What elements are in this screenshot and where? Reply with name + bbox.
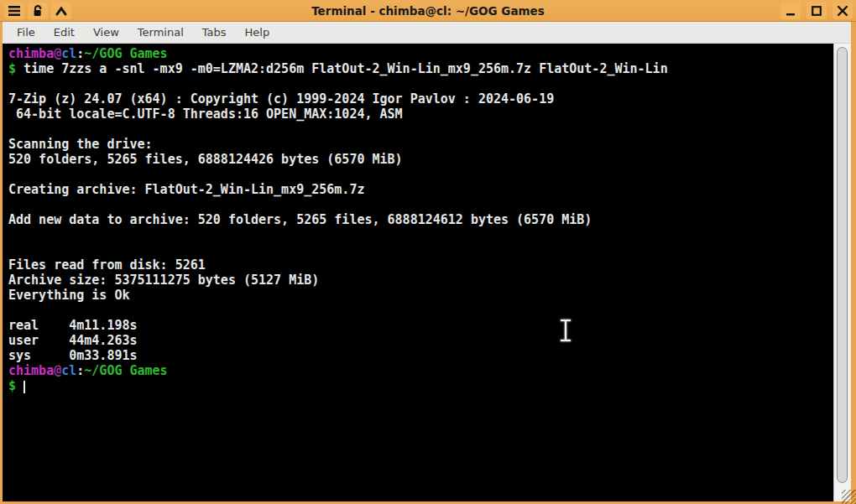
terminal-text: $	[8, 61, 23, 76]
close-icon	[837, 5, 848, 17]
terminal-text: sys 0m33.891s	[8, 348, 138, 363]
window-menu-button[interactable]	[4, 3, 24, 19]
window-controls	[780, 3, 853, 19]
terminal-line: Scanning the drive:	[8, 137, 833, 152]
terminal-line: Everything is Ok	[8, 288, 833, 303]
terminal-text: Files read from disk: 5261	[8, 257, 206, 273]
terminal-line	[8, 303, 833, 318]
terminal-text: Archive size: 5375111275 bytes (5127 MiB…	[8, 273, 319, 288]
menu-item-terminal[interactable]: Terminal	[128, 23, 193, 42]
collapse-up-icon	[55, 6, 67, 16]
menu-item-tabs[interactable]: Tabs	[193, 23, 236, 42]
terminal-line: real 4m11.198s	[8, 318, 833, 333]
terminal-text: 64-bit locale=C.UTF-8 Threads:16 OPEN_MA…	[8, 107, 403, 122]
terminal-line: chimba@cl:~/GOG Games	[8, 363, 833, 378]
terminal-text: Scanning the drive:	[8, 137, 153, 152]
hamburger-menu-icon	[8, 6, 20, 16]
terminal-line	[8, 76, 833, 91]
terminal-line: 64-bit locale=C.UTF-8 Threads:16 OPEN_MA…	[8, 107, 833, 122]
terminal-text: @	[54, 363, 61, 378]
terminal-line	[8, 227, 833, 242]
collapse-up-button[interactable]	[51, 3, 71, 19]
terminal-line: 7-Zip (z) 24.07 (x64) : Copyright (c) 19…	[8, 91, 833, 107]
terminal-text: user 44m4.263s	[8, 333, 138, 348]
terminal-line: Files read from disk: 5261	[8, 257, 833, 273]
terminal-line: chimba@cl:~/GOG Games	[8, 46, 833, 61]
window-title: Terminal - chimba@cl: ~/GOG Games	[0, 4, 856, 18]
terminal-text: time 7zzs a -snl -mx9 -m0=LZMA2:d256m Fl…	[23, 61, 668, 76]
terminal-content-area: chimba@cl:~/GOG Games$ time 7zzs a -snl …	[3, 44, 851, 501]
scrollbar[interactable]	[833, 44, 851, 501]
terminal-text: ~/GOG Games	[84, 363, 167, 378]
terminal-line	[8, 242, 833, 257]
terminal-text: chimba	[8, 363, 54, 378]
unlock-icon	[33, 5, 44, 17]
terminal-text: 520 folders, 5265 files, 6888124426 byte…	[8, 152, 403, 167]
terminal-text: ~/GOG Games	[84, 46, 167, 61]
terminal-text: Everything is Ok	[8, 288, 130, 303]
terminal-line: 520 folders, 5265 files, 6888124426 byte…	[8, 152, 833, 167]
menu-item-file[interactable]: File	[8, 23, 44, 42]
maximize-icon	[811, 5, 822, 17]
terminal-line	[8, 122, 833, 137]
terminal-text: cl	[61, 363, 76, 378]
menu-item-edit[interactable]: Edit	[44, 23, 84, 42]
terminal-text: chimba	[8, 46, 54, 61]
terminal-line: Add new data to archive: 520 folders, 52…	[8, 212, 833, 227]
terminal-text: 7-Zip (z) 24.07 (x64) : Copyright (c) 19…	[8, 91, 554, 107]
terminal-line	[8, 167, 833, 182]
terminal-line: $	[8, 378, 833, 393]
terminal-line: Creating archive: FlatOut-2_Win-Lin_mx9_…	[8, 182, 833, 197]
titlebar-left-controls	[0, 3, 71, 19]
terminal-output[interactable]: chimba@cl:~/GOG Games$ time 7zzs a -snl …	[3, 44, 833, 501]
terminal-line	[8, 197, 833, 212]
terminal-line: user 44m4.263s	[8, 333, 833, 348]
maximize-button[interactable]	[806, 3, 827, 19]
terminal-line: sys 0m33.891s	[8, 348, 833, 363]
titlebar[interactable]: Terminal - chimba@cl: ~/GOG Games	[0, 0, 856, 22]
terminal-text: Creating archive: FlatOut-2_Win-Lin_mx9_…	[8, 182, 364, 197]
menu-item-view[interactable]: View	[84, 23, 128, 42]
terminal-text: cl	[61, 46, 76, 61]
scrollbar-thumb[interactable]	[837, 47, 848, 483]
menubar: File Edit View Terminal Tabs Help	[3, 22, 851, 44]
minimize-button[interactable]	[780, 3, 801, 19]
terminal-text: :	[76, 46, 84, 61]
terminal-text: @	[54, 46, 61, 61]
terminal-text: Add new data to archive: 520 folders, 52…	[8, 212, 592, 227]
terminal-text: $	[8, 378, 23, 393]
minimize-icon	[785, 5, 796, 17]
terminal-text: :	[76, 363, 84, 378]
unlock-button[interactable]	[28, 3, 48, 19]
terminal-window: Terminal - chimba@cl: ~/GOG Games File E…	[0, 0, 856, 504]
close-button[interactable]	[833, 3, 853, 19]
terminal-line: $ time 7zzs a -snl -mx9 -m0=LZMA2:d256m …	[8, 61, 833, 76]
terminal-line: Archive size: 5375111275 bytes (5127 MiB…	[8, 273, 833, 288]
text-cursor	[23, 381, 25, 393]
menu-item-help[interactable]: Help	[236, 23, 279, 42]
terminal-text: real 4m11.198s	[8, 318, 138, 333]
resize-grip[interactable]	[842, 490, 856, 504]
